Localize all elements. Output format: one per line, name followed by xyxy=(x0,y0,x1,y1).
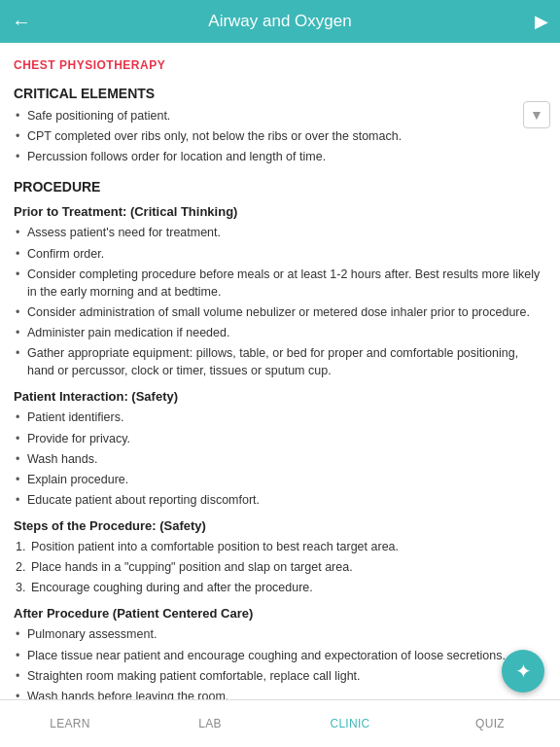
list-item: CPT completed over ribs only, not below … xyxy=(14,127,546,145)
list-item: Wash hands. xyxy=(14,450,546,468)
list-item: Educate patient about reporting discomfo… xyxy=(14,491,546,509)
list-item: Percussion follows order for location an… xyxy=(14,148,546,165)
steps-procedure-heading: Steps of the Procedure: (Safety) xyxy=(14,518,546,533)
list-item: Administer pain medication if needed. xyxy=(14,324,546,341)
steps-procedure-list: 1.Position patient into a comfortable po… xyxy=(14,538,546,596)
nav-item-learn[interactable]: LEARN xyxy=(0,700,140,747)
list-item: Assess patient's need for treatment. xyxy=(14,224,546,241)
patient-interaction-list: Patient identifiers. Provide for privacy… xyxy=(14,409,546,509)
critical-elements-heading: CRITICAL ELEMENTS xyxy=(14,86,546,101)
action-icon[interactable]: ▶ xyxy=(535,11,548,32)
list-item: Confirm order. xyxy=(14,245,546,263)
nav-item-quiz[interactable]: QUIZ xyxy=(420,700,560,747)
fab-icon: ✦ xyxy=(515,659,532,683)
list-item: 3.Encourage coughing during and after th… xyxy=(14,579,546,596)
after-procedure-list: Pulmonary assessment. Place tissue near … xyxy=(14,625,546,699)
list-item: 1.Position patient into a comfortable po… xyxy=(14,538,546,555)
list-item: Safe positioning of patient. xyxy=(14,107,546,124)
content-area: ▼ CHEST PHYSIOTHERAPY CRITICAL ELEMENTS … xyxy=(0,43,560,699)
after-procedure-heading: After Procedure (Patient Centered Care) xyxy=(14,606,546,621)
patient-interaction-heading: Patient Interaction: (Safety) xyxy=(14,389,546,404)
list-item: Pulmonary assessment. xyxy=(14,625,546,643)
list-item: Provide for privacy. xyxy=(14,430,546,447)
section-label: CHEST PHYSIOTHERAPY xyxy=(14,58,546,72)
list-item: Wash hands before leaving the room. xyxy=(14,688,546,699)
header: ← Airway and Oxygen ▶ xyxy=(0,0,560,43)
list-item: Consider administration of small volume … xyxy=(14,303,546,321)
list-item: Explain procedure. xyxy=(14,471,546,488)
nav-item-clinic[interactable]: CLINIC xyxy=(280,700,420,747)
list-item: Gather appropriate equipment: pillows, t… xyxy=(14,344,546,379)
list-item: Patient identifiers. xyxy=(14,409,546,426)
list-item: Straighten room making patient comfortab… xyxy=(14,667,546,685)
back-button[interactable]: ← xyxy=(12,11,31,33)
prior-treatment-heading: Prior to Treatment: (Critical Thinking) xyxy=(14,204,546,219)
header-title: Airway and Oxygen xyxy=(208,12,351,31)
fab-button[interactable]: ✦ xyxy=(502,650,544,693)
bottom-nav: LEARN LAB CLINIC QUIZ xyxy=(0,699,560,747)
procedure-heading: PROCEDURE xyxy=(14,179,546,195)
list-item: Consider completing procedure before mea… xyxy=(14,266,546,301)
prior-treatment-list: Assess patient's need for treatment. Con… xyxy=(14,224,546,379)
critical-elements-list: Safe positioning of patient. CPT complet… xyxy=(14,107,546,165)
nav-item-lab[interactable]: LAB xyxy=(140,700,280,747)
list-item: Place tissue near patient and encourage … xyxy=(14,647,546,664)
list-item: 2.Place hands in a "cupping" position an… xyxy=(14,558,546,576)
